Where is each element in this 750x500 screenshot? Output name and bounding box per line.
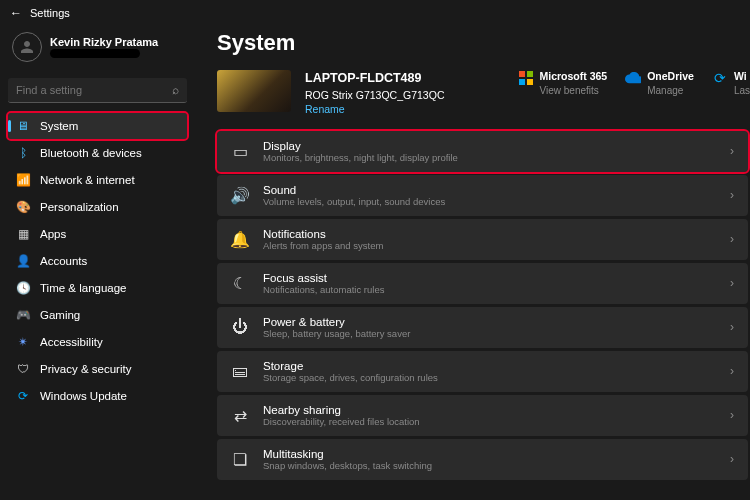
bell-icon: 🔔	[231, 230, 249, 248]
nav-icon: ⟳	[16, 389, 30, 403]
search-field[interactable]	[16, 84, 172, 96]
cloud-item-wi[interactable]: ⟳WiLas	[712, 70, 750, 97]
nav-label: Privacy & security	[40, 363, 131, 375]
setting-row-nearby-sharing[interactable]: ⇄Nearby sharingDiscoverability, received…	[217, 395, 748, 436]
setting-row-storage[interactable]: 🖴StorageStorage space, drives, configura…	[217, 351, 748, 392]
sidebar-item-bluetooth-devices[interactable]: ᛒBluetooth & devices	[8, 140, 187, 166]
nav-label: Bluetooth & devices	[40, 147, 142, 159]
setting-row-sound[interactable]: 🔊SoundVolume levels, output, input, soun…	[217, 175, 748, 216]
setting-row-multitasking[interactable]: ❏MultitaskingSnap windows, desktops, tas…	[217, 439, 748, 480]
nav-icon: 🎨	[16, 200, 30, 214]
cloud-item-onedrive[interactable]: OneDriveManage	[625, 70, 694, 97]
device-model: ROG Strix G713QC_G713QC	[305, 88, 444, 103]
sidebar-item-privacy-security[interactable]: 🛡Privacy & security	[8, 356, 187, 382]
nav-icon: 🎮	[16, 308, 30, 322]
chevron-right-icon: ›	[730, 144, 734, 158]
sidebar-nav: 🖥SystemᛒBluetooth & devices📶Network & in…	[8, 113, 187, 409]
setting-title: Notifications	[263, 228, 716, 240]
chevron-right-icon: ›	[730, 408, 734, 422]
cloud-sub: Las	[734, 84, 750, 97]
svg-rect-2	[519, 79, 525, 85]
nav-icon: ✴	[16, 335, 30, 349]
sidebar-item-system[interactable]: 🖥System	[8, 113, 187, 139]
setting-desc: Monitors, brightness, night light, displ…	[263, 152, 716, 163]
svg-rect-3	[527, 79, 533, 85]
nav-label: Apps	[40, 228, 66, 240]
user-email-redacted	[50, 49, 140, 58]
sidebar-item-accessibility[interactable]: ✴Accessibility	[8, 329, 187, 355]
sidebar-item-accounts[interactable]: 👤Accounts	[8, 248, 187, 274]
nav-icon: 📶	[16, 173, 30, 187]
svg-rect-0	[519, 71, 525, 77]
nav-label: Gaming	[40, 309, 80, 321]
share-icon: ⇄	[231, 406, 249, 424]
multi-icon: ❏	[231, 450, 249, 468]
cloud-title: Microsoft 365	[540, 70, 608, 84]
update-icon: ⟳	[712, 70, 728, 86]
setting-row-power-battery[interactable]: ⏻Power & batterySleep, battery usage, ba…	[217, 307, 748, 348]
search-input[interactable]: ⌕	[8, 78, 187, 103]
storage-icon: 🖴	[231, 362, 249, 380]
setting-title: Focus assist	[263, 272, 716, 284]
setting-title: Sound	[263, 184, 716, 196]
setting-desc: Discoverability, received files location	[263, 416, 716, 427]
nav-label: Network & internet	[40, 174, 135, 186]
nav-icon: ▦	[16, 227, 30, 241]
setting-row-display[interactable]: ▭DisplayMonitors, brightness, night ligh…	[217, 131, 748, 172]
nav-icon: ᛒ	[16, 146, 30, 160]
sidebar-item-personalization[interactable]: 🎨Personalization	[8, 194, 187, 220]
sound-icon: 🔊	[231, 186, 249, 204]
device-name: LAPTOP-FLDCT489	[305, 70, 444, 88]
ms365-icon	[518, 70, 534, 86]
power-icon: ⏻	[231, 318, 249, 336]
cloud-sub: View benefits	[540, 84, 608, 97]
setting-desc: Alerts from apps and system	[263, 240, 716, 251]
sidebar-item-network-internet[interactable]: 📶Network & internet	[8, 167, 187, 193]
setting-desc: Sleep, battery usage, battery saver	[263, 328, 716, 339]
setting-row-notifications[interactable]: 🔔NotificationsAlerts from apps and syste…	[217, 219, 748, 260]
cloud-item-microsoft-[interactable]: Microsoft 365View benefits	[518, 70, 608, 97]
nav-label: Accessibility	[40, 336, 103, 348]
window-title: Settings	[30, 7, 70, 19]
page-title: System	[217, 30, 750, 56]
setting-title: Storage	[263, 360, 716, 372]
nav-label: System	[40, 120, 78, 132]
rename-link[interactable]: Rename	[305, 102, 444, 117]
sidebar-item-apps[interactable]: ▦Apps	[8, 221, 187, 247]
setting-desc: Notifications, automatic rules	[263, 284, 716, 295]
setting-desc: Snap windows, desktops, task switching	[263, 460, 716, 471]
setting-title: Multitasking	[263, 448, 716, 460]
setting-desc: Volume levels, output, input, sound devi…	[263, 196, 716, 207]
nav-icon: 🖥	[16, 119, 30, 133]
user-name: Kevin Rizky Pratama	[50, 36, 158, 48]
nav-label: Accounts	[40, 255, 87, 267]
chevron-right-icon: ›	[730, 452, 734, 466]
setting-title: Display	[263, 140, 716, 152]
chevron-right-icon: ›	[730, 188, 734, 202]
setting-title: Power & battery	[263, 316, 716, 328]
sidebar-item-gaming[interactable]: 🎮Gaming	[8, 302, 187, 328]
nav-icon: 🕓	[16, 281, 30, 295]
chevron-right-icon: ›	[730, 320, 734, 334]
sidebar-item-time-language[interactable]: 🕓Time & language	[8, 275, 187, 301]
nav-icon: 👤	[16, 254, 30, 268]
avatar-icon	[12, 32, 42, 62]
cloud-title: Wi	[734, 70, 750, 84]
device-thumbnail	[217, 70, 291, 112]
setting-row-focus-assist[interactable]: ☾Focus assistNotifications, automatic ru…	[217, 263, 748, 304]
user-profile[interactable]: Kevin Rizky Pratama	[8, 26, 187, 72]
setting-desc: Storage space, drives, configuration rul…	[263, 372, 716, 383]
svg-rect-1	[527, 71, 533, 77]
nav-label: Time & language	[40, 282, 127, 294]
back-icon[interactable]: ←	[10, 6, 22, 20]
onedrive-icon	[625, 70, 641, 86]
sidebar-item-windows-update[interactable]: ⟳Windows Update	[8, 383, 187, 409]
search-icon: ⌕	[172, 83, 179, 97]
nav-label: Windows Update	[40, 390, 127, 402]
chevron-right-icon: ›	[730, 232, 734, 246]
display-icon: ▭	[231, 142, 249, 160]
cloud-sub: Manage	[647, 84, 694, 97]
moon-icon: ☾	[231, 274, 249, 292]
cloud-title: OneDrive	[647, 70, 694, 84]
setting-title: Nearby sharing	[263, 404, 716, 416]
